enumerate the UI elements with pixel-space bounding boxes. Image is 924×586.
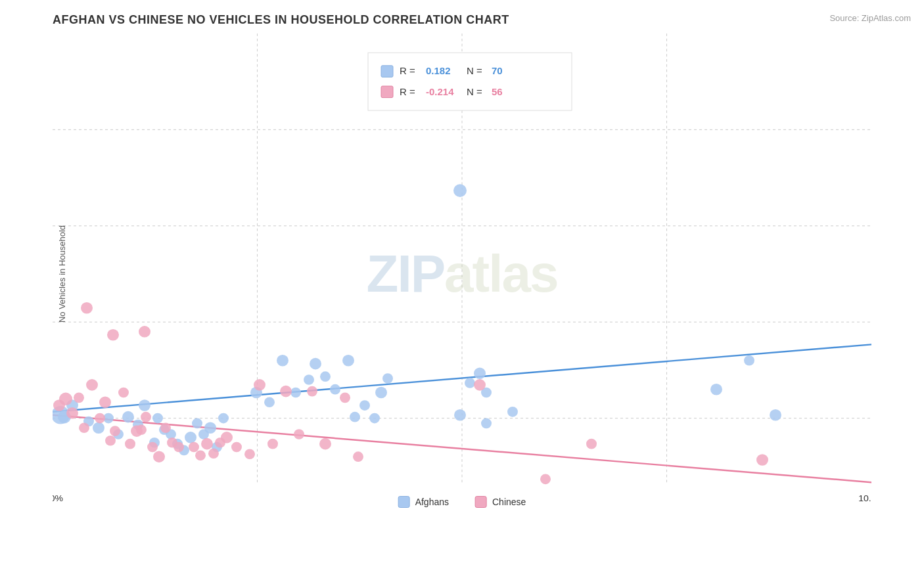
svg-point-50 xyxy=(382,373,393,384)
svg-point-43 xyxy=(320,371,331,382)
svg-point-19 xyxy=(93,422,104,434)
svg-point-89 xyxy=(221,432,233,443)
svg-point-22 xyxy=(122,411,134,423)
svg-point-103 xyxy=(540,474,551,485)
svg-point-101 xyxy=(586,439,597,449)
svg-point-90 xyxy=(231,442,242,453)
svg-point-83 xyxy=(139,326,150,338)
legend-item-chinese: Chinese xyxy=(475,496,526,508)
svg-point-56 xyxy=(710,384,722,395)
svg-point-24 xyxy=(139,399,150,411)
svg-point-74 xyxy=(136,424,147,435)
svg-point-76 xyxy=(147,442,158,453)
svg-point-40 xyxy=(290,388,301,398)
svg-text:N =: N = xyxy=(467,66,482,77)
svg-point-91 xyxy=(244,449,255,459)
svg-point-57 xyxy=(744,355,754,366)
svg-point-84 xyxy=(189,442,199,453)
svg-point-60 xyxy=(507,407,518,417)
svg-point-93 xyxy=(267,439,278,449)
svg-text:0.0%: 0.0% xyxy=(53,493,63,504)
legend-swatch-afghans xyxy=(398,496,410,508)
svg-point-92 xyxy=(254,379,266,391)
svg-point-48 xyxy=(369,413,380,424)
svg-point-95 xyxy=(294,429,304,440)
svg-point-58 xyxy=(770,409,781,421)
svg-text:0.182: 0.182 xyxy=(426,66,451,77)
svg-point-32 xyxy=(192,418,202,429)
svg-rect-105 xyxy=(381,66,393,78)
svg-point-34 xyxy=(204,422,216,434)
legend-label-afghans: Afghans xyxy=(415,497,449,507)
svg-point-49 xyxy=(375,387,387,399)
svg-point-63 xyxy=(66,407,78,419)
svg-point-47 xyxy=(359,400,370,411)
svg-text:R =: R = xyxy=(400,87,415,97)
svg-rect-110 xyxy=(381,86,393,98)
svg-point-102 xyxy=(756,454,768,466)
svg-text:N =: N = xyxy=(467,87,482,97)
svg-point-55 xyxy=(453,184,467,197)
svg-point-94 xyxy=(280,386,292,397)
svg-point-51 xyxy=(454,409,466,421)
svg-point-59 xyxy=(481,418,492,429)
svg-point-66 xyxy=(86,379,98,391)
svg-point-72 xyxy=(125,439,135,449)
svg-point-68 xyxy=(99,396,111,408)
svg-line-13 xyxy=(53,344,871,411)
legend-item-afghans: Afghans xyxy=(398,496,449,508)
svg-point-98 xyxy=(340,393,350,403)
svg-point-81 xyxy=(81,302,93,314)
svg-text:70: 70 xyxy=(492,66,503,77)
svg-point-46 xyxy=(350,412,360,422)
chart-legend: Afghans Chinese xyxy=(398,496,526,508)
svg-point-26 xyxy=(152,413,163,424)
svg-text:10.0%: 10.0% xyxy=(858,493,871,504)
svg-point-39 xyxy=(277,355,289,367)
svg-point-85 xyxy=(195,450,206,461)
svg-rect-104 xyxy=(368,53,572,110)
svg-text:56: 56 xyxy=(492,87,503,97)
svg-point-44 xyxy=(330,384,340,395)
svg-point-99 xyxy=(353,451,363,462)
svg-point-77 xyxy=(153,451,165,462)
scatter-chart: 40.0% 30.0% 20.0% 10.0% 0.0% 10.0% xyxy=(53,34,871,514)
svg-point-97 xyxy=(319,438,331,450)
svg-point-64 xyxy=(74,393,84,403)
svg-point-86 xyxy=(201,438,213,450)
svg-point-45 xyxy=(342,355,354,367)
svg-point-80 xyxy=(173,442,184,453)
svg-point-65 xyxy=(79,422,89,433)
svg-text:R =: R = xyxy=(400,66,415,77)
svg-point-100 xyxy=(474,379,486,391)
chart-container: AFGHAN VS CHINESE NO VEHICLES IN HOUSEHO… xyxy=(0,0,924,586)
chart-title: AFGHAN VS CHINESE NO VEHICLES IN HOUSEHO… xyxy=(53,13,871,27)
svg-point-87 xyxy=(208,448,219,459)
svg-point-96 xyxy=(307,386,317,397)
svg-point-52 xyxy=(465,378,475,388)
svg-point-71 xyxy=(118,388,129,398)
svg-point-38 xyxy=(264,397,275,407)
legend-swatch-chinese xyxy=(475,496,487,508)
chart-area: ZIPatlas 40.0% 30.0% 20.0% 10.0% 0.0% 10… xyxy=(53,34,871,514)
legend-label-chinese: Chinese xyxy=(492,497,526,507)
source-label: Source: ZipAtlas.com xyxy=(829,13,911,23)
svg-point-69 xyxy=(105,436,116,446)
svg-text:-0.214: -0.214 xyxy=(426,87,454,97)
svg-point-75 xyxy=(141,412,151,422)
svg-point-31 xyxy=(185,432,196,443)
svg-point-82 xyxy=(107,329,119,341)
svg-point-78 xyxy=(160,422,171,433)
svg-point-36 xyxy=(218,413,229,424)
svg-point-62 xyxy=(59,393,72,406)
svg-point-70 xyxy=(110,426,120,436)
svg-point-42 xyxy=(310,358,321,370)
svg-point-41 xyxy=(304,374,314,385)
svg-point-53 xyxy=(474,367,486,379)
svg-point-67 xyxy=(95,413,105,424)
y-axis-label: No Vehicles in Household xyxy=(57,225,67,323)
